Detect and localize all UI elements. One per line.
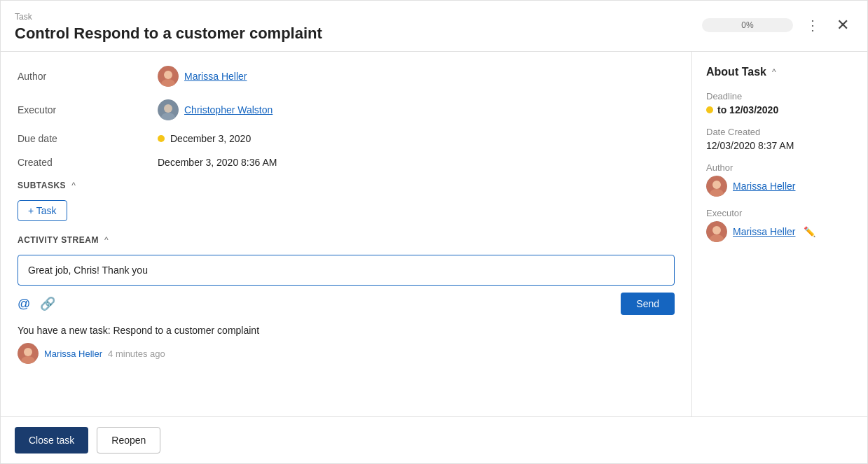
about-header: About Task ^ [706, 66, 853, 78]
about-title: About Task [706, 66, 766, 78]
progress-text: 0% [741, 20, 753, 30]
task-modal: Task Control Respond to a customer compl… [0, 0, 868, 464]
deadline-dot-icon [706, 106, 713, 113]
more-menu-icon[interactable]: ⋮ [801, 15, 824, 35]
about-executor-field: Executor Marissa Heller ✏️ [706, 208, 853, 242]
about-deadline-label: Deadline [706, 91, 853, 101]
about-executor-avatar [706, 221, 727, 242]
executor-name-link[interactable]: Christopher Walston [184, 104, 273, 115]
about-date-created-label: Date Created [706, 127, 853, 137]
about-executor-label: Executor [706, 208, 853, 218]
executor-value: Christopher Walston [158, 99, 273, 120]
due-date-label: Due date [18, 133, 158, 144]
modal-header: Task Control Respond to a customer compl… [1, 1, 867, 52]
add-task-button[interactable]: + Task [18, 200, 67, 221]
activity-user-avatar [18, 343, 39, 364]
subtasks-title: SUBTASKS [18, 181, 66, 190]
comment-tools: @ 🔗 [18, 296, 55, 311]
created-row: Created December 3, 2020 8:36 AM [18, 157, 675, 168]
progress-bar: 0% [702, 18, 793, 32]
about-author-svg [706, 176, 727, 197]
main-panel: Author Marissa Heller Executor [1, 52, 692, 416]
about-author-name-link[interactable]: Marissa Heller [733, 181, 795, 192]
activity-message-text: You have a new task: Respond to a custom… [18, 325, 675, 336]
svg-point-4 [164, 104, 172, 113]
subtasks-header: SUBTASKS ^ [18, 181, 675, 190]
about-executor-row: Marissa Heller ✏️ [706, 221, 853, 242]
side-panel: About Task ^ Deadline to 12/03/2020 Date… [692, 52, 867, 416]
activity-chevron[interactable]: ^ [104, 235, 109, 245]
executor-avatar [158, 99, 179, 120]
activity-user-link[interactable]: Marissa Heller [44, 349, 102, 359]
modal-footer: Close task Reopen [1, 416, 867, 463]
about-chevron[interactable]: ^ [772, 67, 776, 77]
task-title: Control Respond to a customer complaint [15, 24, 322, 43]
created-value: December 3, 2020 8:36 AM [158, 157, 277, 168]
activity-time: 4 minutes ago [108, 349, 165, 359]
due-dot-icon [158, 135, 165, 142]
activity-section: ACTIVITY STREAM ^ @ 🔗 Send You have a ne… [18, 235, 675, 364]
about-author-row: Marissa Heller [706, 176, 853, 197]
author-value: Marissa Heller [158, 66, 247, 87]
comment-input[interactable] [18, 255, 675, 286]
about-date-created-value: 12/03/2020 8:37 AM [706, 140, 853, 151]
about-executor-name-link[interactable]: Marissa Heller [733, 226, 795, 237]
subtasks-chevron[interactable]: ^ [71, 181, 76, 190]
about-deadline-row: to 12/03/2020 [706, 104, 853, 115]
about-executor-svg [706, 221, 727, 242]
activity-header: ACTIVITY STREAM ^ [18, 235, 675, 245]
about-author-label: Author [706, 162, 853, 173]
attach-icon[interactable]: 🔗 [40, 296, 55, 311]
send-button[interactable]: Send [621, 293, 675, 315]
svg-point-1 [164, 71, 172, 79]
about-deadline-value: to 12/03/2020 [717, 104, 778, 115]
activity-user-row: Marissa Heller 4 minutes ago [18, 343, 675, 364]
about-author-avatar [706, 176, 727, 197]
activity-avatar-svg [18, 343, 39, 364]
svg-point-10 [712, 181, 721, 189]
executor-row: Executor Christopher Walston [18, 99, 675, 120]
comment-input-wrap [18, 255, 675, 286]
modal-body: Author Marissa Heller Executor [1, 52, 867, 416]
author-row: Author Marissa Heller [18, 66, 675, 87]
comment-toolbar: @ 🔗 Send [18, 293, 675, 315]
close-icon[interactable]: ✕ [832, 15, 853, 36]
header-left: Task Control Respond to a customer compl… [15, 12, 322, 43]
due-date-value: December 3, 2020 [158, 133, 251, 144]
about-date-created-field: Date Created 12/03/2020 8:37 AM [706, 127, 853, 151]
svg-point-13 [712, 226, 721, 234]
about-author-field: Author Marissa Heller [706, 162, 853, 197]
close-task-button[interactable]: Close task [15, 427, 88, 454]
activity-message: You have a new task: Respond to a custom… [18, 325, 675, 364]
about-deadline-field: Deadline to 12/03/2020 [706, 91, 853, 115]
executor-edit-icon[interactable]: ✏️ [804, 226, 815, 237]
mention-icon[interactable]: @ [18, 297, 30, 311]
executor-avatar-svg [158, 99, 179, 120]
due-date-text: December 3, 2020 [170, 133, 251, 144]
created-text: December 3, 2020 8:36 AM [158, 157, 277, 168]
created-label: Created [18, 157, 158, 168]
author-avatar-svg [158, 66, 179, 87]
author-avatar [158, 66, 179, 87]
reopen-button[interactable]: Reopen [97, 427, 160, 454]
svg-point-7 [24, 348, 32, 356]
task-label: Task [15, 12, 322, 22]
activity-title: ACTIVITY STREAM [18, 235, 99, 245]
due-date-row: Due date December 3, 2020 [18, 133, 675, 144]
author-label: Author [18, 71, 158, 82]
executor-label: Executor [18, 104, 158, 115]
author-name-link[interactable]: Marissa Heller [184, 71, 247, 82]
header-right: 0% ⋮ ✕ [702, 15, 853, 36]
